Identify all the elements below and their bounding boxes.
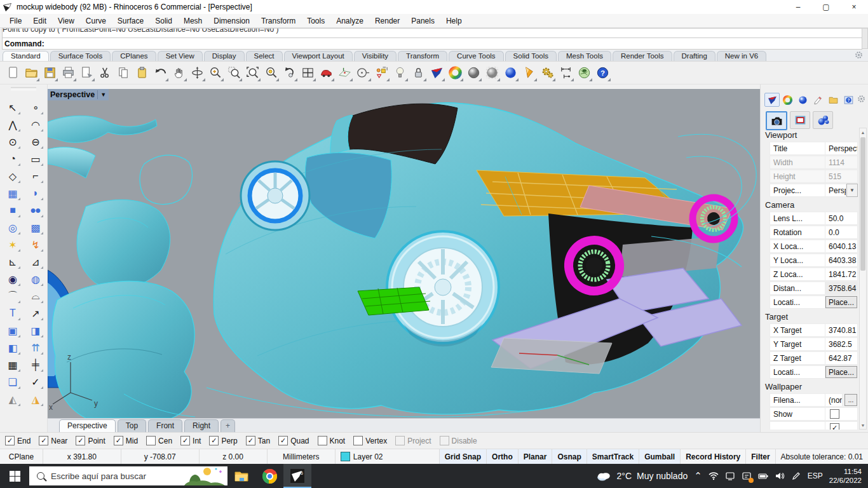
sphere-icon[interactable]: ●●: [25, 202, 44, 219]
toolbar-tab[interactable]: Display: [204, 51, 245, 61]
minimize-button[interactable]: –: [784, 0, 812, 14]
menu-item[interactable]: File: [4, 15, 27, 27]
viewport-canvas[interactable]: Perspective ▼: [48, 89, 760, 418]
notifications-icon[interactable]: [742, 471, 752, 481]
rectangle-icon[interactable]: ▭: [25, 151, 44, 167]
toolbar-tab[interactable]: Standard: [3, 51, 49, 61]
osnap-checkbox[interactable]: [353, 436, 363, 445]
target-x-value[interactable]: 3740.81: [825, 323, 858, 337]
battery-icon[interactable]: [758, 471, 768, 481]
new-document-icon[interactable]: [4, 64, 22, 83]
menu-item[interactable]: Mesh: [178, 15, 208, 27]
fillet-corner-icon[interactable]: ⌐: [25, 168, 44, 184]
menu-item[interactable]: Solid: [149, 15, 178, 27]
undo-view-icon[interactable]: [280, 64, 299, 83]
toolbar-tab[interactable]: Viewport Layout: [284, 51, 353, 61]
viewport-tab[interactable]: Right: [184, 419, 219, 432]
toolbar-tab[interactable]: Surface Tools: [50, 51, 111, 61]
rhino-taskbar-icon[interactable]: 6: [283, 464, 311, 488]
command-scrollbar[interactable]: [862, 28, 868, 49]
render-icon[interactable]: [428, 64, 446, 83]
scroll-up-icon[interactable]: ▲: [860, 128, 866, 136]
viewport-title-value[interactable]: Perspective: [825, 142, 858, 155]
status-toggle[interactable]: Planar: [519, 449, 553, 464]
toolbar-tab[interactable]: CPlanes: [112, 51, 156, 61]
osnap-checkbox[interactable]: [180, 436, 190, 445]
selection-filter-icon[interactable]: [372, 64, 391, 83]
menu-item[interactable]: Render: [369, 15, 405, 27]
camera-x-value[interactable]: 6040.13: [825, 240, 858, 253]
menu-item[interactable]: Help: [440, 15, 468, 27]
toolbar-tab[interactable]: Visibility: [354, 51, 397, 61]
osnap-item[interactable]: Cen: [146, 436, 172, 445]
toolbar-tab[interactable]: Curve Tools: [449, 51, 504, 61]
osnap-item[interactable]: Vertex: [353, 436, 387, 445]
wallpaper-browse-button[interactable]: ...: [844, 394, 857, 406]
display-tab-icon[interactable]: [795, 93, 810, 107]
menu-item[interactable]: Dimension: [208, 15, 255, 27]
print-icon[interactable]: [59, 64, 78, 83]
annotate-tab-icon[interactable]: [810, 93, 825, 107]
layers-tab-icon[interactable]: [780, 93, 795, 107]
copy-icon[interactable]: [114, 64, 133, 83]
new-viewport-tab-icon[interactable]: +: [220, 419, 235, 432]
menu-item[interactable]: Edit: [27, 15, 52, 27]
camera-z-value[interactable]: 1841.72: [825, 268, 858, 281]
osnap-circle-icon[interactable]: [354, 64, 372, 83]
lights-icon[interactable]: [391, 64, 409, 83]
solid-edit-icon[interactable]: ◧: [3, 339, 22, 356]
osnap-item[interactable]: Project: [395, 436, 431, 445]
help-icon[interactable]: ?: [593, 64, 612, 83]
save-file-icon[interactable]: [41, 64, 59, 83]
extrude-surface-icon[interactable]: ⇈: [25, 339, 44, 356]
status-toggle[interactable]: SmartTrack: [587, 449, 639, 464]
panel-scrollbar[interactable]: ▲ ▼: [859, 128, 867, 430]
mesh-surface-icon[interactable]: ▩: [25, 219, 44, 236]
layer-indicator[interactable]: Layer 02: [336, 449, 440, 464]
virtual-desktop-icon[interactable]: [725, 471, 735, 481]
zoom-extents-icon[interactable]: [262, 64, 280, 83]
status-toggle[interactable]: Gumball: [639, 449, 681, 464]
volume-icon[interactable]: [775, 471, 785, 481]
zoom-window-icon[interactable]: [225, 64, 243, 83]
files-tab-icon[interactable]: [825, 93, 841, 107]
menu-item[interactable]: Analyze: [330, 15, 369, 27]
undo-icon[interactable]: [151, 64, 170, 83]
dimension-icon[interactable]: [557, 64, 575, 83]
group-icon[interactable]: ◍: [25, 271, 44, 287]
zoom-selected-icon[interactable]: [243, 64, 262, 83]
points-on-icon[interactable]: ✓: [25, 374, 44, 390]
wallpaper-show-checkbox[interactable]: [830, 409, 839, 419]
lock-icon[interactable]: [409, 64, 428, 83]
toolbar-tab[interactable]: Transform: [398, 51, 447, 61]
osnap-item[interactable]: Quad: [278, 436, 309, 445]
join-icon[interactable]: ◉: [3, 271, 22, 287]
text-icon[interactable]: T: [3, 305, 22, 322]
projection-dropdown-icon[interactable]: ▼: [846, 184, 858, 197]
help-tab-icon[interactable]: ?: [841, 93, 856, 107]
target-place-button[interactable]: Place...: [825, 366, 857, 378]
toolbar-tab[interactable]: Drafting: [674, 51, 715, 61]
viewport-menu-arrow-icon[interactable]: ▼: [100, 92, 106, 98]
menu-item[interactable]: Surface: [112, 15, 149, 27]
cut-icon[interactable]: [96, 64, 114, 83]
select-pointer-icon[interactable]: ↖: [3, 99, 22, 116]
properties-tab-icon[interactable]: [764, 93, 780, 107]
rotation-value[interactable]: 0.0: [825, 226, 858, 239]
menu-item[interactable]: Curve: [80, 15, 112, 27]
osnap-checkbox[interactable]: [246, 436, 255, 445]
status-toggle[interactable]: Osnap: [552, 449, 587, 464]
status-toggle[interactable]: Filter: [746, 449, 775, 464]
open-file-icon[interactable]: [22, 64, 41, 83]
toolbar-tab[interactable]: Solid Tools: [505, 51, 557, 61]
material-properties-tab[interactable]: [813, 111, 833, 129]
control-point-curve-icon[interactable]: ◠: [25, 116, 44, 133]
surface-from-points-icon[interactable]: ▦: [3, 185, 22, 201]
array-grid-icon[interactable]: ▦: [3, 356, 22, 373]
osnap-item[interactable]: End: [5, 436, 31, 445]
taskbar-clock[interactable]: 11:54 22/6/2022: [829, 467, 862, 485]
chrome-icon[interactable]: [255, 464, 283, 488]
osnap-item[interactable]: Knot: [318, 436, 346, 445]
viewport-tab[interactable]: Front: [148, 419, 182, 432]
pan-icon[interactable]: [170, 64, 188, 83]
